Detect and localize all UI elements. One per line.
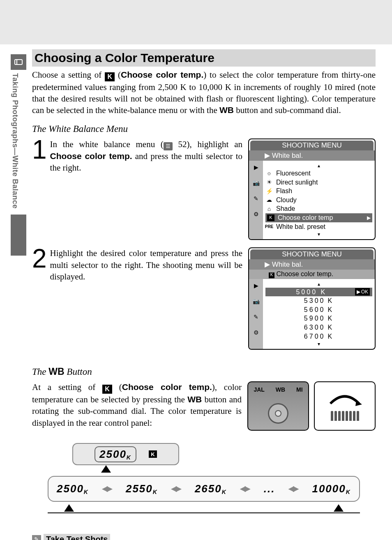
camera-top-view: JALWBMI	[247, 381, 309, 431]
menu2-unit-0: K	[321, 288, 327, 295]
seq-0: 2500	[57, 482, 84, 495]
seq-s2: K	[222, 489, 227, 495]
menu1-label-3: Cloudy	[276, 196, 297, 205]
seq-s4: K	[346, 489, 351, 495]
menu2-val-5: 6700	[304, 332, 325, 341]
menu2-val-2: 5600	[304, 305, 325, 314]
svg-rect-0	[15, 60, 22, 65]
pointer-up-3	[334, 504, 344, 512]
step-2-left: 2 Highlight the desired color temperatur…	[32, 247, 242, 282]
note-head: ✎ Take Test Shots	[32, 534, 376, 540]
menu2-row-1: 5300K	[265, 296, 372, 305]
subhead-wb-menu: The White Balance Menu	[32, 124, 376, 134]
flash-icon: ⚡	[265, 187, 273, 195]
menu1-body: ▶📷✎⚙ ▴ ☼Fluorescent ☀Direct sunlight ⚡Fl…	[249, 161, 375, 240]
k-icon-tiny: K	[269, 272, 274, 278]
menu2-side-icons: ▶📷✎⚙	[249, 279, 263, 349]
wb-button-graphic	[268, 403, 288, 424]
pointer-up-1	[101, 465, 111, 473]
lcd-top-suffix: K	[127, 454, 131, 461]
menu1-label-5: Choose color temp	[278, 213, 333, 222]
menu1-label-4: Shade	[276, 204, 295, 213]
cam-l3: MI	[296, 386, 303, 393]
ok-text: OK	[361, 288, 368, 295]
menu1-sub: ▶ White bal.	[249, 150, 375, 161]
ok-badge: ▶OK	[355, 288, 370, 295]
menu2-values: ▴ 5000 K▶OK 5300K 5600K 5900K 6300K 6700…	[263, 279, 375, 349]
fluorescent-icon: ☼	[265, 169, 273, 177]
wb-head-b: WB	[48, 366, 64, 377]
menu1-item-choose-temp: KChoose color temp▶	[265, 213, 372, 222]
camera-diagram: JALWBMI	[247, 381, 376, 431]
k-icon: K	[105, 72, 115, 81]
seq-val-4: 10000K	[312, 482, 350, 495]
seq-val-2: 2650K	[195, 482, 227, 495]
seq-4: 10000	[312, 482, 346, 495]
menu2-val-0: 5000	[296, 288, 317, 295]
seq-val-1: 2550K	[126, 482, 158, 495]
menu1-label-2: Flash	[276, 187, 292, 196]
seq-arrow-icon-3	[238, 483, 253, 494]
lcd-display: 2500K K	[72, 443, 179, 465]
wb-e: WB	[187, 395, 202, 404]
menu2-sub2: K Choose color temp.	[249, 270, 375, 279]
wb-button-inner	[275, 410, 281, 417]
lcd-diagram: 2500K K 2500K 2550K 2650K ... 10000K	[48, 443, 360, 513]
svg-marker-2	[355, 400, 362, 406]
wb-row: At a setting of K (Choose color temp.), …	[32, 381, 376, 431]
intro-wb: WB	[219, 105, 234, 115]
k-icon-small: K	[267, 215, 274, 221]
menu1-label-0: Fluorescent	[276, 169, 311, 178]
side-tab-label: Taking Photographs—White Balance	[11, 70, 19, 209]
step-1-left: 1 In the white balance menu (☰ 52), high…	[32, 138, 242, 173]
menu1-item-fluorescent: ☼Fluorescent	[265, 169, 372, 178]
side-tab: Taking Photographs—White Balance	[11, 54, 26, 243]
lcd-sequence: 2500K 2550K 2650K ... 10000K	[48, 476, 360, 502]
menu1-item-flash: ⚡Flash	[265, 187, 372, 196]
seq-1: 2550	[126, 482, 153, 495]
menu1-side-icons: ▶📷✎⚙	[249, 161, 263, 240]
menu2-row-3: 5900K	[265, 314, 372, 323]
page-heading: Choosing a Color Temperature	[32, 49, 376, 67]
cam-l1: JAL	[254, 386, 264, 393]
menu2-unit-4: K	[327, 323, 334, 332]
scroll-down-icon-2: ▾	[265, 341, 372, 347]
menu2-sub-text: White bal.	[272, 261, 303, 268]
step-2-text: Highlight the desired color temperature …	[50, 247, 242, 282]
k-icon-2: K	[102, 385, 112, 394]
seq-s0: K	[84, 489, 89, 495]
step-1-number: 1	[32, 138, 47, 173]
sub-command-dial-diagram	[314, 381, 376, 431]
menu2-sub2-text: Choose color temp.	[276, 270, 333, 277]
menu2-val-1: 5300	[304, 296, 325, 305]
menu2-val-4: 6300	[304, 323, 325, 332]
seq-ellipsis: ...	[264, 482, 275, 495]
intro-bold: Choose color temp.	[121, 70, 203, 79]
page-gray-banner	[0, 0, 392, 44]
menu2-body: ▶📷✎⚙ ▴ 5000 K▶OK 5300K 5600K 5900K 6300K…	[249, 279, 375, 349]
rotate-arrow-icon	[324, 391, 365, 408]
camera-labels: JALWBMI	[248, 386, 308, 393]
menu2-row-2: 5600K	[265, 305, 372, 314]
menu1-item-cloudy: ☁Cloudy	[265, 196, 372, 205]
step1-a: In the white balance menu (	[50, 139, 164, 149]
subhead-wb-button: The WB Button	[32, 366, 376, 377]
menu1-sub-text: White bal.	[272, 152, 303, 159]
main-content: Choosing a Color Temperature Choose a se…	[32, 49, 376, 540]
bottom-arrows	[48, 504, 360, 512]
pre-icon: PRE	[265, 224, 273, 230]
sunlight-icon: ☀	[265, 178, 273, 186]
wb-c: Choose color temp.	[122, 382, 212, 392]
cam-l2: WB	[276, 386, 285, 393]
intro-paragraph: Choose a setting of K (Choose color temp…	[32, 69, 376, 116]
menu2-val-3: 5900	[304, 314, 325, 323]
shade-icon: ⌂	[265, 205, 273, 213]
right-arrow-icon: ▶	[367, 215, 371, 221]
wb-b: (	[112, 382, 122, 392]
wb-button-section: The WB Button At a setting of K (Choose …	[32, 366, 376, 431]
wb-a: At a setting of	[32, 382, 102, 392]
menu2-title: SHOOTING MENU	[250, 249, 374, 259]
pointer-up-2	[64, 504, 74, 512]
menu2-sub: ▶ White bal.	[249, 259, 375, 270]
menu1-item-shade: ⌂Shade	[265, 204, 372, 213]
